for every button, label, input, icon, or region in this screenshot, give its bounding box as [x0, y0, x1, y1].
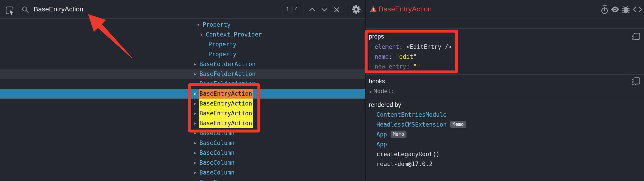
next-match-icon[interactable]	[321, 6, 328, 13]
expand-caret-icon[interactable]: ▸	[194, 158, 196, 168]
suspense-toggle-icon[interactable]	[600, 5, 609, 14]
expand-caret-icon[interactable]: ▸	[194, 79, 196, 89]
inspect-element-icon[interactable]	[6, 6, 15, 16]
toolbar-divider	[18, 4, 18, 15]
prop-row-new-entry[interactable]: new entry: ""	[375, 62, 420, 72]
memo-badge: Memo	[390, 130, 406, 138]
prop-value[interactable]: <EditEntry />	[406, 44, 452, 50]
rendered-by-item[interactable]: App	[376, 139, 387, 149]
prop-row-name[interactable]: name: "edit"	[375, 52, 417, 62]
component-name: BaseEntryAction	[199, 89, 253, 98]
component-name: BaseColumn	[200, 148, 234, 158]
expand-caret-icon[interactable]: ▸	[194, 128, 196, 138]
prop-value[interactable]: "edit"	[396, 53, 417, 60]
component-name: BaseColumn	[200, 128, 234, 138]
hook-row-model[interactable]: ▸ Model:	[370, 86, 394, 96]
warning-icon	[370, 6, 377, 12]
component-tree: ▾Property▾Context.ProviderPropertyProper…	[0, 19, 365, 181]
component-name: BaseColumn	[200, 178, 234, 181]
rendered-by-item: react-dom@17.0.2	[376, 159, 432, 169]
tree-row-baseentryaction[interactable]: ▸BaseEntryAction	[0, 89, 365, 98]
expand-caret-icon[interactable]: ▸	[194, 108, 196, 118]
rendered-by-item[interactable]: HeadlessCMSExtensionMemo	[376, 120, 466, 130]
tree-row-basecolumn[interactable]: ▸BaseColumn	[0, 178, 365, 181]
owner-link[interactable]: ContentEntriesModule	[376, 111, 446, 118]
component-name: BaseFolderAction	[200, 59, 256, 69]
collapse-caret-icon[interactable]: ▾	[200, 30, 203, 40]
tree-row-basecolumn[interactable]: ▸BaseColumn	[0, 168, 365, 178]
tree-row-basefolderaction[interactable]: ▸BaseFolderAction	[0, 59, 365, 69]
owner-link[interactable]: App	[376, 141, 387, 148]
rendered-by-title: rendered by	[369, 100, 401, 110]
prop-colon: :	[389, 53, 396, 60]
component-name: BaseEntryAction	[199, 118, 253, 128]
expand-caret-icon[interactable]: ▸	[194, 138, 196, 148]
log-component-data-icon[interactable]	[622, 6, 630, 14]
expand-caret-icon[interactable]: ▸	[370, 89, 374, 94]
inspected-element-panel: BaseEntryAction	[366, 0, 644, 181]
settings-gear-icon[interactable]	[352, 5, 361, 14]
tree-row-basecolumn[interactable]: ▸BaseColumn	[0, 128, 365, 138]
tree-row-property[interactable]: Property	[0, 49, 365, 59]
prop-key: name	[375, 53, 389, 60]
component-name: Property	[208, 49, 236, 59]
tree-row-basecolumn[interactable]: ▸BaseColumn	[0, 158, 365, 168]
collapse-caret-icon[interactable]: ▾	[197, 20, 200, 30]
prop-colon: :	[406, 63, 413, 70]
owner-link[interactable]: App	[376, 131, 387, 138]
search-result-count: 1 | 4	[258, 0, 298, 18]
view-source-icon[interactable]	[632, 6, 642, 13]
tree-row-basefolderaction[interactable]: ▸BaseFolderAction	[0, 69, 365, 79]
toolbar-divider	[347, 4, 347, 15]
expand-caret-icon[interactable]: ▸	[194, 178, 196, 181]
search-input[interactable]	[34, 0, 244, 18]
rendered-by-item: createLegacyRoot()	[376, 149, 440, 159]
header-rule	[366, 28, 644, 29]
expand-caret-icon[interactable]: ▸	[194, 59, 196, 69]
tree-row-property[interactable]: Property	[0, 40, 365, 49]
component-name: BaseColumn	[200, 158, 234, 168]
copy-props-icon[interactable]	[632, 32, 640, 42]
expand-caret-icon[interactable]: ▸	[194, 168, 196, 178]
inspected-component-title: BaseEntryAction	[379, 0, 432, 18]
expand-caret-icon[interactable]: ▸	[194, 118, 196, 128]
owner-root-label: createLegacyRoot()	[376, 151, 440, 158]
component-name: Property	[202, 20, 230, 30]
expand-caret-icon[interactable]: ▸	[194, 148, 196, 158]
section-rule	[366, 98, 644, 98]
prop-row-element[interactable]: element: <EditEntry />	[375, 42, 452, 52]
previous-match-icon[interactable]	[308, 6, 316, 13]
tree-row-baseentryaction[interactable]: ▸BaseEntryAction	[0, 98, 365, 108]
search-icon	[22, 6, 30, 14]
component-name: BaseFolderAction	[200, 79, 256, 89]
component-name: BaseFolderAction	[200, 69, 256, 79]
hook-colon: :	[391, 88, 395, 94]
hook-key: Model	[374, 88, 391, 94]
tree-row-property[interactable]: ▾Property	[0, 20, 365, 30]
tree-row-basecolumn[interactable]: ▸BaseColumn	[0, 148, 365, 158]
inspect-dom-element-icon[interactable]	[610, 6, 620, 13]
expand-caret-icon[interactable]: ▸	[194, 89, 196, 98]
inspected-element-header: BaseEntryAction	[366, 0, 644, 18]
owner-link[interactable]: HeadlessCMSExtension	[376, 121, 446, 128]
tree-row-basefolderaction[interactable]: ▸BaseFolderAction	[0, 79, 365, 89]
section-rule	[366, 74, 644, 75]
expand-caret-icon[interactable]: ▸	[194, 98, 196, 108]
rendered-by-item[interactable]: ContentEntriesModule	[376, 110, 446, 120]
copy-hooks-icon[interactable]	[632, 77, 640, 86]
expand-caret-icon[interactable]: ▸	[194, 69, 196, 79]
rendered-by-item[interactable]: AppMemo	[376, 130, 406, 139]
memo-badge: Memo	[450, 121, 466, 128]
tree-row-baseentryaction[interactable]: ▸BaseEntryAction	[0, 118, 365, 128]
prop-key: element	[375, 44, 399, 50]
component-name: Property	[208, 40, 236, 49]
tree-row-context.provider[interactable]: ▾Context.Provider	[0, 30, 365, 40]
clear-search-icon[interactable]	[334, 6, 340, 13]
react-devtools-components-panel: 1 | 4	[0, 0, 644, 181]
props-section-title: props	[369, 32, 384, 42]
tree-row-basecolumn[interactable]: ▸BaseColumn	[0, 138, 365, 148]
prop-value[interactable]: ""	[413, 63, 420, 70]
tree-row-baseentryaction[interactable]: ▸BaseEntryAction	[0, 108, 365, 118]
component-name: BaseEntryAction	[199, 108, 253, 118]
component-name: BaseEntryAction	[199, 98, 253, 108]
